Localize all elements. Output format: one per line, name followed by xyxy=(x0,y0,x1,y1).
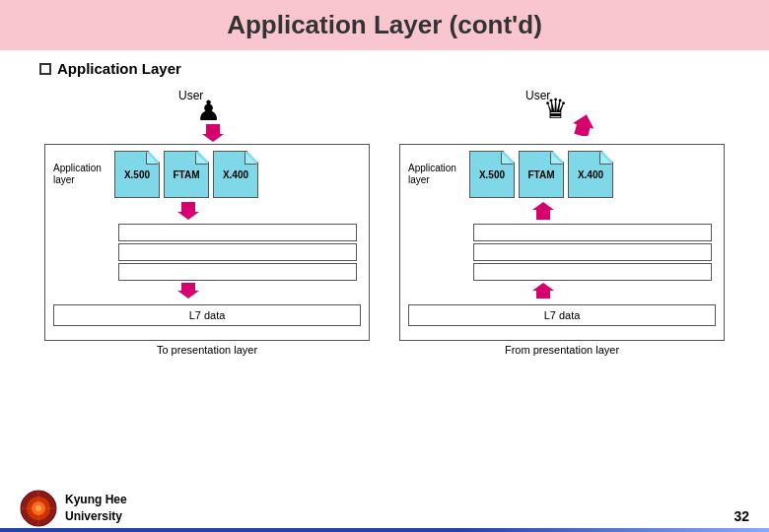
right-l7-bar: L7 data xyxy=(408,304,716,326)
content-area: User ♟ Applicationlayer X.500 xyxy=(30,85,739,356)
left-diagram-inner: Applicationlayer X.500 FTAM X.400 xyxy=(45,145,369,336)
left-stack-1 xyxy=(118,224,357,241)
right-diagram-container: User ♛ Applicationlayer X.500 xyxy=(399,85,725,356)
left-l7-bar: L7 data xyxy=(53,304,361,326)
left-app-layer-row: Applicationlayer X.500 FTAM X.400 xyxy=(53,151,361,198)
right-doc-ftam: FTAM xyxy=(519,151,564,198)
right-lower-arrow xyxy=(473,283,716,300)
left-l7-label: L7 data xyxy=(189,309,226,321)
svg-marker-1 xyxy=(177,202,199,220)
slide-title: Application Layer (cont'd) xyxy=(20,10,749,40)
left-user-area: User ♟ xyxy=(109,85,370,144)
footer-text-line1: Kyung Hee xyxy=(65,492,127,508)
left-doc-x500: X.500 xyxy=(114,151,160,198)
right-stack-3 xyxy=(473,263,712,281)
right-stack-2 xyxy=(473,243,712,261)
left-doc-x400: X.400 xyxy=(213,151,258,198)
page-number: 32 xyxy=(734,508,749,524)
svg-marker-4 xyxy=(532,202,554,220)
left-doc-ftam: FTAM xyxy=(164,151,209,198)
right-doc-x400: X.400 xyxy=(568,151,613,198)
right-person-icon: ♛ xyxy=(543,93,568,125)
left-lower-arrow xyxy=(118,283,361,300)
logo-emblem xyxy=(20,490,57,527)
subtitle-text: Application Layer xyxy=(57,60,181,77)
left-mid-down-arrow-icon xyxy=(177,202,199,220)
left-down-arrow-icon xyxy=(202,124,224,142)
svg-marker-2 xyxy=(177,283,199,299)
right-mid-up-arrow-icon xyxy=(532,202,554,220)
right-bottom-label: From presentation layer xyxy=(399,344,725,356)
left-mid-arrow xyxy=(118,202,361,222)
right-lower-up-arrow-icon xyxy=(532,283,554,299)
right-user-area: User ♛ xyxy=(464,85,725,144)
right-layer-label: Applicationlayer xyxy=(408,163,465,186)
footer: Kyung Hee University 32 xyxy=(0,485,769,532)
left-stack-area xyxy=(118,224,357,281)
right-app-layer-row: Applicationlayer X.500 FTAM X.400 xyxy=(408,151,716,198)
right-doc-x500: X.500 xyxy=(469,151,515,198)
left-bottom-label: To presentation layer xyxy=(44,344,370,356)
right-l7-label: L7 data xyxy=(544,309,581,321)
left-layer-label: Applicationlayer xyxy=(53,163,110,186)
svg-marker-5 xyxy=(532,283,554,299)
left-diagram-container: User ♟ Applicationlayer X.500 xyxy=(44,85,370,356)
left-lower-down-arrow-icon xyxy=(177,283,199,299)
slide: Application Layer (cont'd) Application L… xyxy=(0,0,769,532)
footer-logo-area: Kyung Hee University xyxy=(20,490,127,527)
right-stack-1 xyxy=(473,224,712,241)
footer-line xyxy=(0,528,769,532)
left-diagram-box: Applicationlayer X.500 FTAM X.400 xyxy=(44,144,370,341)
svg-marker-0 xyxy=(202,124,224,142)
university-logo-icon xyxy=(20,490,57,527)
right-diagram-inner: Applicationlayer X.500 FTAM X.400 xyxy=(400,145,724,336)
right-mid-arrow xyxy=(473,202,716,222)
title-bar: Application Layer (cont'd) xyxy=(0,0,769,50)
bullet-icon xyxy=(39,63,51,75)
left-stack-3 xyxy=(118,263,357,281)
right-diagram-box: Applicationlayer X.500 FTAM X.400 xyxy=(399,144,725,341)
footer-university-name: Kyung Hee University xyxy=(65,492,127,525)
left-person-icon: ♟ xyxy=(196,95,221,127)
right-up-arrow-icon xyxy=(573,114,594,136)
svg-marker-3 xyxy=(573,114,594,136)
left-stack-2 xyxy=(118,243,357,261)
footer-text-line2: University xyxy=(65,508,127,525)
subtitle-row: Application Layer xyxy=(39,60,730,77)
right-stack-area xyxy=(473,224,712,281)
